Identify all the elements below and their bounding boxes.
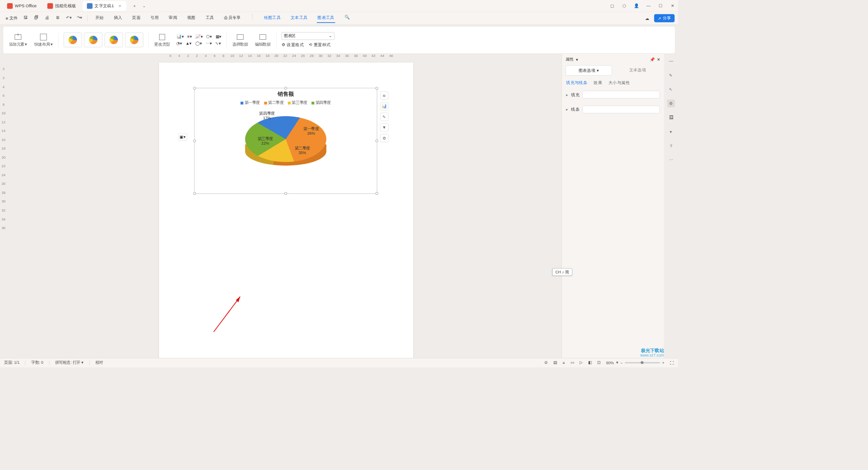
pie-chart[interactable]: 第一季度26% 第二季度35% 第三季度22% 第四季度17% (245, 109, 326, 173)
area-icon[interactable]: ▲▾ (185, 41, 192, 46)
style-thumb-3[interactable] (104, 33, 123, 47)
tab-dropdown[interactable]: ⌄ (140, 2, 149, 10)
save-icon[interactable]: 🖫 (24, 15, 30, 21)
line-select[interactable] (582, 106, 660, 113)
chart-settings-icon[interactable]: ⚙ (380, 134, 389, 142)
align-icon[interactable]: ≡▾ (187, 34, 192, 39)
ribbon-select-data[interactable]: 选择数据 (230, 33, 251, 47)
menu-review[interactable]: 审阅 (168, 14, 178, 23)
property-fill[interactable]: ▸ 填充 (562, 87, 664, 102)
layout-options-button[interactable]: ▣▾ (178, 133, 187, 141)
menu-member[interactable]: 会员专享 (223, 14, 242, 23)
chart-styles-icon[interactable]: 📊 (380, 102, 389, 111)
view-outline-icon[interactable]: ≡ (562, 361, 565, 365)
close-button[interactable]: ✕ (670, 3, 675, 9)
resize-handle[interactable] (375, 87, 378, 89)
view-web-icon[interactable]: ▭ (571, 361, 574, 365)
fullscreen-icon[interactable]: ⛶ (670, 361, 674, 365)
resize-handle[interactable] (193, 140, 196, 142)
word-count[interactable]: 字数: 0 (31, 360, 43, 366)
close-icon[interactable]: × (118, 3, 123, 8)
menu-insert[interactable]: 插入 (113, 14, 123, 23)
security-icon[interactable]: ⊘ (544, 361, 547, 365)
chart-filter-icon[interactable]: ▼ (380, 123, 389, 132)
ribbon-add-element[interactable]: 添加元素▾ (6, 33, 30, 47)
ribbon-change-type[interactable]: 更改类型 (151, 33, 173, 47)
fit-icon[interactable]: ⊡ (597, 361, 600, 365)
style-thumb-2[interactable] (84, 33, 103, 47)
bar-chart-icon[interactable]: 📊▾ (176, 34, 184, 39)
chart-object[interactable]: 销售额 第一季度 第二季度 第三季度 第四季度 第一季度26% 第二季度35% … (194, 88, 377, 194)
grid-icon[interactable]: ▦▾ (216, 34, 222, 39)
style-thumb-4[interactable] (125, 33, 144, 47)
pin-icon[interactable]: 📌 (650, 57, 655, 62)
resize-handle[interactable] (375, 192, 378, 195)
share-button[interactable]: ↗分享 (654, 14, 675, 22)
minimize-button[interactable]: — (646, 3, 651, 9)
line-chart-icon[interactable]: 📈▾ (195, 34, 203, 39)
resize-handle[interactable] (193, 87, 196, 89)
view-focus-icon[interactable]: ◧ (588, 361, 592, 365)
menu-view[interactable]: 视图 (187, 14, 197, 23)
shape-icon[interactable]: ⬠▾ (206, 34, 212, 39)
tab-text-options[interactable]: 文本选项 (615, 66, 660, 76)
chart-edit-icon[interactable]: ✎ (380, 113, 389, 121)
new-tab-button[interactable]: ＋ (130, 2, 139, 10)
menu-reference[interactable]: 引用 (150, 14, 160, 23)
file-menu[interactable]: ≡ 文件 (4, 15, 20, 21)
pie-icon[interactable]: ◔▾ (176, 41, 182, 46)
search-icon[interactable]: 🔍 (344, 14, 350, 23)
ribbon-quick-layout[interactable]: 快速布局▾ (32, 33, 56, 47)
rail-more-icon[interactable]: ⋯ (667, 156, 675, 164)
resize-handle[interactable] (375, 140, 378, 142)
ribbon-edit-data[interactable]: 编辑数据 (252, 33, 274, 47)
rail-collapse-icon[interactable]: — (667, 57, 675, 65)
tab-document[interactable]: 文字文稿1 × (83, 1, 127, 11)
resize-handle[interactable] (284, 192, 287, 195)
redo-icon[interactable]: ↷▾ (77, 15, 83, 21)
fill-select[interactable] (582, 91, 660, 99)
donut-icon[interactable]: ◯▾ (195, 41, 202, 46)
rail-properties-icon[interactable]: ⚙ (667, 99, 675, 107)
menu-chart-tools[interactable]: 图表工具 (317, 14, 335, 23)
rail-tools-icon[interactable]: ✦ (667, 128, 675, 136)
rail-image-icon[interactable]: 🖼 (667, 114, 675, 122)
print-icon[interactable]: 🖨 (45, 15, 51, 21)
window-panel-icon[interactable]: ▢ (609, 3, 615, 9)
avatar-icon[interactable]: 👤 (634, 3, 640, 9)
scatter-icon[interactable]: ⋯▾ (206, 41, 212, 46)
menu-draw-tools[interactable]: 绘图工具 (263, 14, 282, 23)
cube-icon[interactable]: ⬡ (622, 3, 627, 9)
print-preview-icon[interactable]: 🗐 (34, 15, 41, 21)
resize-handle[interactable] (284, 87, 287, 89)
export-icon[interactable]: 🗎 (56, 15, 62, 21)
tab-wps-office[interactable]: WPS Office (3, 1, 41, 11)
view-read-icon[interactable]: ▷ (580, 361, 582, 365)
combo-icon[interactable]: ⤡▾ (215, 41, 221, 46)
tab-chart-options[interactable]: 图表选项 ▾ (566, 66, 612, 76)
view-print-icon[interactable]: ▤ (553, 361, 557, 365)
style-thumb-1[interactable] (64, 33, 82, 47)
document-page[interactable]: 销售额 第一季度 第二季度 第三季度 第四季度 第一季度26% 第二季度35% … (159, 62, 414, 358)
chart-elements-icon[interactable]: ≋ (380, 91, 389, 100)
cloud-icon[interactable]: ☁ (645, 16, 649, 21)
spell-check[interactable]: 拼写检查: 打开 ▾ (55, 360, 84, 366)
ribbon-set-format[interactable]: ⚙设置格式 (282, 42, 304, 48)
menu-tools[interactable]: 工具 (205, 14, 215, 23)
ribbon-reset-style[interactable]: ⟲重置样式 (309, 42, 330, 48)
menu-text-tools[interactable]: 文本工具 (290, 14, 308, 23)
maximize-button[interactable]: ☐ (658, 3, 664, 9)
undo-icon[interactable]: ↶▾ (66, 15, 72, 21)
menu-start[interactable]: 开始 (94, 14, 104, 23)
chart-area-select[interactable]: 图表区⌄ (282, 32, 335, 40)
tab-templates[interactable]: 找稻壳模板 (43, 1, 80, 11)
page-indicator[interactable]: 页面: 1/1 (4, 360, 19, 366)
close-pane-icon[interactable]: ✕ (657, 57, 660, 62)
subtab-effect[interactable]: 效果 (594, 80, 602, 86)
proof[interactable]: 校对 (95, 360, 103, 366)
resize-handle[interactable] (193, 192, 196, 195)
rail-help-icon[interactable]: ? (667, 142, 675, 150)
rail-select-icon[interactable]: ↖ (667, 85, 675, 93)
rail-edit-icon[interactable]: ✎ (667, 71, 675, 79)
property-line[interactable]: ▸ 线条 (562, 102, 664, 117)
